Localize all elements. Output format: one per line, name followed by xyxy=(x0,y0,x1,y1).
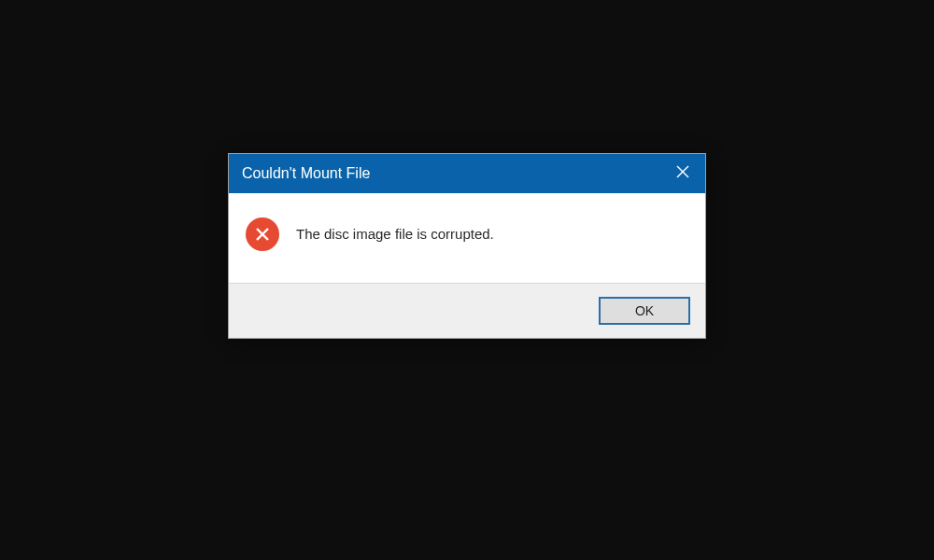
error-icon xyxy=(246,217,279,251)
dialog-footer: OK xyxy=(229,283,705,338)
ok-button[interactable]: OK xyxy=(599,297,690,325)
dialog-title: Couldn't Mount File xyxy=(242,165,370,182)
dialog-message: The disc image file is corrupted. xyxy=(296,225,494,244)
titlebar: Couldn't Mount File xyxy=(229,154,705,193)
error-dialog: Couldn't Mount File The disc image file … xyxy=(228,153,706,339)
dialog-content: The disc image file is corrupted. xyxy=(229,193,705,283)
close-button[interactable] xyxy=(660,154,705,193)
close-icon xyxy=(676,165,689,182)
